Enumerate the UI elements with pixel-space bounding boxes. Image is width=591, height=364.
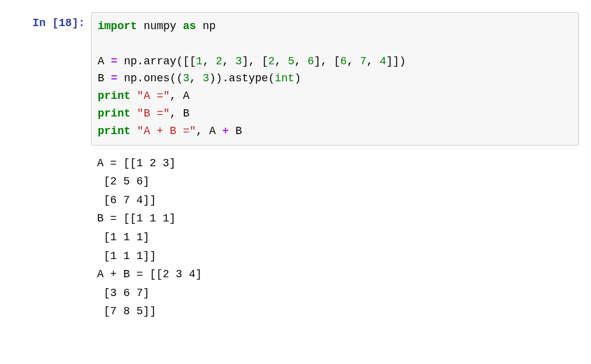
input-prompt: In [18]: [12,12,91,34]
num: 3 [183,72,189,84]
sep: , [170,90,183,102]
stdout-output: A = [[1 2 3] [2 5 6] [6 7 4]] B = [[1 1 … [91,154,579,321]
output-line: [6 7 4]] [97,194,156,206]
sep: , [170,107,183,120]
call-np-ones: np.ones(( [124,72,183,84]
output-line: A + B = [[2 3 4] [97,268,202,280]
sep: ], [ [242,55,268,67]
num: 2 [216,55,223,67]
keyword-print: print [98,125,130,137]
module-numpy: numpy [144,20,177,32]
code-input-area[interactable]: import numpy as np A = np.array([[1, 2, … [91,12,579,146]
num: 6 [308,55,314,67]
op-plus: + [222,125,229,137]
output-line: A = [[1 2 3] [97,157,176,169]
output-line: [2 5 6] [97,175,149,187]
var-a: A [98,55,104,67]
input-cell: In [18]: import numpy as np A = np.array… [12,12,579,146]
keyword-print: print [98,107,130,120]
ref-b: B [235,125,242,137]
op-assign: = [111,72,118,84]
ref-a: A [183,90,189,102]
num: 3 [235,55,242,67]
keyword-print: print [98,90,130,102]
sep: ], [ [314,55,340,67]
string-literal: "A + B =" [137,125,196,137]
sep: , [189,72,203,84]
num: 2 [268,55,275,67]
num: 7 [360,55,366,67]
sep: , [294,55,308,67]
close: ) [294,72,301,84]
builtin-int: int [275,72,294,84]
sep: , [222,55,235,67]
alias-np: np [203,20,216,32]
num: 6 [340,55,347,67]
ref-b: B [183,107,189,120]
output-line: [7 8 5]] [97,305,156,317]
num: 3 [203,72,209,84]
num: 5 [288,55,294,67]
keyword-as: as [183,20,196,32]
output-cell: A = [[1 2 3] [2 5 6] [6 7 4]] B = [[1 1 … [12,154,579,321]
num: 4 [380,55,387,67]
output-line: B = [[1 1 1] [97,212,176,224]
call-np-array: np.array([[ [124,55,196,67]
close: ]]) [386,55,405,67]
close: )).astype( [209,72,275,84]
sep: , [347,55,360,67]
num: 1 [196,55,203,67]
output-line: [1 1 1] [97,231,149,243]
sep: , [203,55,216,67]
string-literal: "B =" [137,107,170,120]
var-b: B [98,72,104,84]
keyword-import: import [98,20,137,32]
string-literal: "A =" [137,90,170,102]
output-line: [3 6 7] [97,287,149,299]
ref-a: A [209,125,216,137]
output-line: [1 1 1]] [97,250,156,262]
sep: , [196,125,209,137]
op-assign: = [111,55,118,67]
sep: , [366,55,380,67]
sep: , [275,55,288,67]
output-prompt-spacer [12,154,91,321]
